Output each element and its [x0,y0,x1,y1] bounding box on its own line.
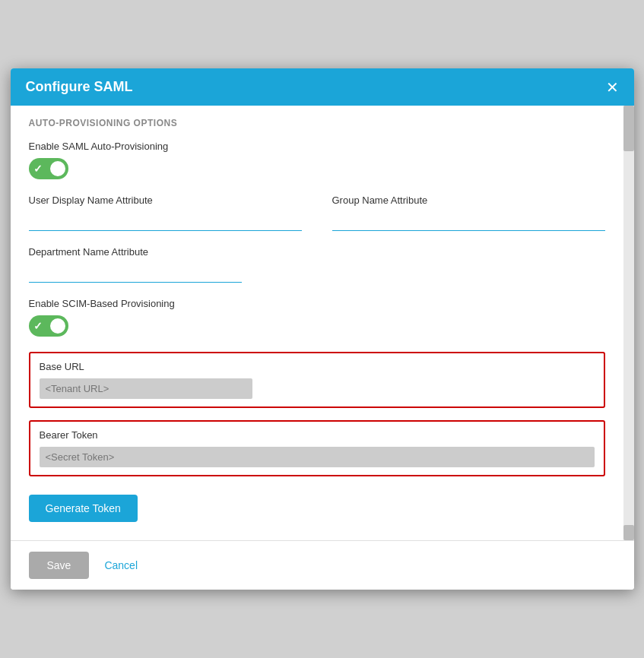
base-url-input[interactable] [40,378,252,399]
modal-overlay: Configure SAML ✕ AUTO-PROVISIONING OPTIO… [0,0,644,658]
group-name-input[interactable] [332,212,605,231]
generate-token-button[interactable]: Generate Token [29,495,138,522]
bearer-token-label: Bearer Token [40,429,595,441]
toggle-check-icon: ✓ [33,163,43,175]
department-name-input[interactable] [29,264,242,283]
user-display-name-col: User Display Name Attribute [29,195,302,231]
group-name-col: Group Name Attribute [332,195,605,231]
modal-footer: Save Cancel [11,540,634,590]
enable-saml-label: Enable SAML Auto-Provisioning [29,141,605,152]
enable-saml-toggle-container: ✓ [29,158,605,179]
enable-scim-label: Enable SCIM-Based Provisioning [29,298,605,309]
modal-header: Configure SAML ✕ [11,68,634,106]
base-url-label: Base URL [40,361,595,372]
scrollbar-thumb[interactable] [623,106,634,151]
cancel-button[interactable]: Cancel [101,552,141,579]
enable-scim-toggle-container: ✓ [29,315,605,337]
bearer-token-box: Bearer Token [29,420,605,476]
group-name-label: Group Name Attribute [332,195,605,206]
scrollbar-thumb-bottom[interactable] [623,525,634,540]
scim-toggle-thumb [50,318,65,334]
scim-toggle-check-icon: ✓ [33,320,43,332]
bearer-token-input[interactable] [40,447,595,467]
user-display-name-input[interactable] [29,212,302,231]
department-name-label: Department Name Attribute [29,246,605,258]
enable-scim-group: Enable SCIM-Based Provisioning ✓ [29,298,605,337]
enable-saml-group: Enable SAML Auto-Provisioning ✓ [29,141,605,179]
scrollbar-track[interactable] [623,106,634,540]
scim-toggle-track: ✓ [29,315,68,337]
department-name-group: Department Name Attribute [29,246,605,283]
modal-title: Configure SAML [26,79,133,95]
toggle-thumb [50,161,65,176]
name-attributes-row: User Display Name Attribute Group Name A… [29,195,605,231]
section-title: AUTO-PROVISIONING OPTIONS [29,118,605,128]
enable-saml-toggle[interactable]: ✓ [29,158,68,179]
save-button[interactable]: Save [29,552,90,579]
modal-body: AUTO-PROVISIONING OPTIONS Enable SAML Au… [11,106,634,540]
name-attributes-group: User Display Name Attribute Group Name A… [29,195,605,231]
close-button[interactable]: ✕ [606,80,619,95]
auto-provisioning-section: AUTO-PROVISIONING OPTIONS Enable SAML Au… [11,106,623,540]
configure-saml-modal: Configure SAML ✕ AUTO-PROVISIONING OPTIO… [11,68,634,590]
enable-scim-toggle[interactable]: ✓ [29,315,68,337]
base-url-box: Base URL [29,352,605,408]
toggle-track: ✓ [29,158,68,179]
user-display-name-label: User Display Name Attribute [29,195,302,206]
